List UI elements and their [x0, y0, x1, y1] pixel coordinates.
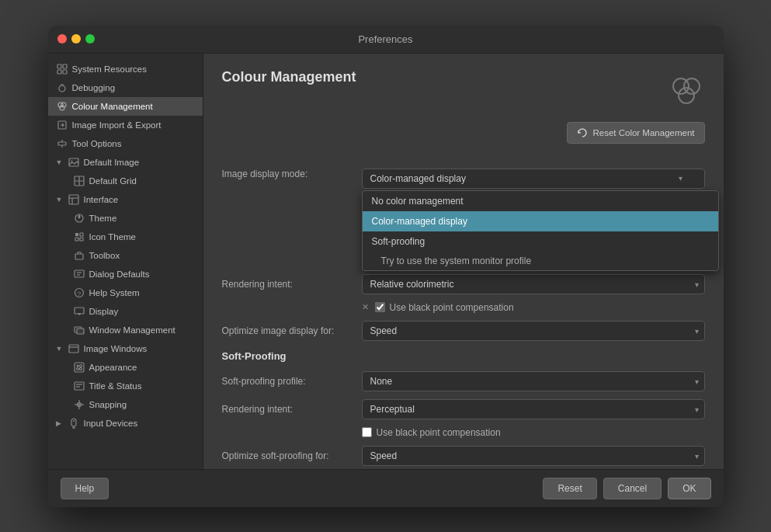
soft-proofing-black-point-row: Use black point compensation [222, 427, 705, 438]
display-icon [73, 305, 85, 318]
toolbox-icon [73, 249, 85, 262]
soft-proofing-profile-label: Soft-proofing profile: [222, 376, 362, 387]
svg-rect-24 [75, 233, 78, 236]
sidebar-item-icon-theme[interactable]: Icon Theme [48, 228, 203, 246]
title-icon [73, 380, 85, 392]
sidebar-item-default-image[interactable]: ▼ Default Image [48, 153, 203, 172]
image-display-mode-control: Color-managed display ▾ No color managem… [362, 169, 705, 189]
dropdown-item-no-color[interactable]: No color management [363, 191, 718, 211]
soft-proofing-profile-select[interactable]: None [362, 371, 705, 391]
main-area: Colour Management Reset Color Management [203, 54, 724, 469]
rendering-intent-row: Rendering intent: Relative colorimetric … [222, 274, 705, 294]
sidebar-item-debugging[interactable]: Debugging [48, 78, 203, 97]
default-grid-label: Default Grid [89, 176, 137, 186]
tool-icon [56, 137, 68, 150]
svg-point-58 [679, 88, 694, 103]
colour-management-label: Colour Management [72, 102, 153, 111]
soft-proofing-black-point-checkbox[interactable] [362, 427, 372, 437]
svg-rect-39 [69, 345, 78, 353]
sidebar-item-window-management[interactable]: Window Management [48, 321, 203, 339]
checked-icon: ✕ [362, 302, 369, 312]
close-button[interactable] [57, 34, 67, 43]
footer-right: Reset Cancel OK [543, 478, 710, 499]
svg-rect-38 [77, 329, 84, 334]
soft-proofing-rendering-control: Perceptual ▾ [362, 399, 705, 419]
dropdown-item-color-managed[interactable]: Color-managed display [363, 211, 718, 231]
sidebar-item-default-grid[interactable]: Default Grid [48, 172, 203, 190]
soft-proofing-black-point-label[interactable]: Use black point compensation [377, 427, 501, 438]
soft-proofing-profile-row: Soft-proofing profile: None ▾ [222, 371, 705, 391]
sidebar-item-system-resources[interactable]: System Resources [48, 60, 203, 78]
maximize-button[interactable] [85, 34, 95, 43]
appearance-icon [73, 361, 85, 374]
black-point-row: ✕ Use black point compensation [222, 302, 705, 313]
title-status-label: Title & Status [89, 381, 142, 391]
optimize-soft-label: Optimize soft-proofing for: [222, 450, 362, 461]
sidebar-item-toolbox[interactable]: Toolbox [48, 246, 203, 265]
dropdown-item-system-profile[interactable]: Try to use the system monitor profile [363, 252, 718, 270]
sidebar-item-theme[interactable]: Theme [48, 209, 203, 228]
sidebar-item-interface[interactable]: ▼ Interface [48, 190, 203, 209]
sidebar-item-help-system[interactable]: ? Help System [48, 283, 203, 302]
dropdown-item-soft-proofing[interactable]: Soft-proofing [363, 231, 718, 252]
optimize-display-control: Speed ▾ [362, 321, 705, 341]
svg-rect-2 [57, 70, 61, 74]
reset-color-management-button[interactable]: Reset Color Management [567, 122, 704, 144]
interface-icon [68, 193, 80, 206]
svg-point-4 [59, 85, 65, 92]
icon-theme-icon [73, 231, 85, 243]
soft-proofing-rendering-select[interactable]: Perceptual [362, 399, 705, 419]
svg-rect-3 [63, 70, 67, 74]
ok-button[interactable]: OK [668, 478, 710, 499]
sidebar-item-input-devices[interactable]: ▶ Input Devices [48, 414, 203, 433]
sidebar-item-colour-management[interactable]: Colour Management [48, 97, 203, 116]
toolbox-label: Toolbox [89, 251, 120, 260]
svg-rect-46 [75, 382, 84, 390]
sidebar-item-image-import-export[interactable]: Image Import & Export [48, 116, 203, 134]
sidebar-item-appearance[interactable]: Appearance [48, 358, 203, 377]
svg-rect-34 [75, 308, 84, 314]
snapping-label: Snapping [89, 400, 127, 409]
image-display-mode-select[interactable]: Color-managed display ▾ [362, 169, 705, 189]
sidebar-item-dialog-defaults[interactable]: Dialog Defaults [48, 265, 203, 283]
soft-proofing-profile-control: None ▾ [362, 371, 705, 391]
default-image-toggle-arrow: ▼ [56, 158, 64, 166]
interface-toggle-arrow: ▼ [56, 196, 64, 203]
svg-rect-26 [75, 238, 78, 241]
sidebar-item-display[interactable]: Display [48, 302, 203, 321]
display-label: Display [89, 307, 119, 316]
interface-label: Interface [84, 195, 119, 204]
sidebar-item-tool-options[interactable]: Tool Options [48, 134, 203, 153]
black-point-checkbox[interactable] [375, 302, 385, 312]
help-icon: ? [73, 287, 85, 299]
input-devices-toggle-arrow: ▶ [56, 419, 64, 427]
sidebar-item-title-status[interactable]: Title & Status [48, 377, 203, 395]
appearance-label: Appearance [89, 363, 137, 372]
svg-rect-41 [75, 363, 84, 372]
help-button[interactable]: Help [61, 478, 109, 499]
input-icon [68, 417, 80, 429]
grid2-icon [73, 175, 85, 187]
image-windows-toggle-arrow: ▼ [56, 345, 64, 353]
image-display-mode-select-wrapper: Color-managed display ▾ [362, 169, 705, 189]
svg-rect-25 [80, 233, 83, 236]
optimize-display-label: Optimize image display for: [222, 325, 362, 336]
sidebar-item-snapping[interactable]: Snapping [48, 395, 203, 414]
rendering-intent-control: Relative colorimetric ▾ [362, 274, 705, 294]
image-display-mode-row: Image display mode: Color-managed displa… [222, 169, 705, 189]
reset-icon [577, 127, 588, 138]
preferences-window: Preferences System Resources Debugging [48, 26, 724, 507]
cancel-button[interactable]: Cancel [603, 478, 662, 499]
optimize-soft-select[interactable]: Speed [362, 446, 705, 466]
optimize-display-select[interactable]: Speed [362, 321, 705, 341]
svg-rect-29 [75, 270, 84, 277]
sidebar: System Resources Debugging Colour [48, 54, 203, 469]
minimize-button[interactable] [71, 34, 81, 43]
rendering-intent-select[interactable]: Relative colorimetric [362, 274, 705, 294]
sidebar-item-image-windows[interactable]: ▼ Image Windows [48, 339, 203, 358]
debugging-label: Debugging [72, 83, 116, 92]
input-devices-label: Input Devices [84, 419, 138, 428]
black-point-label[interactable]: Use black point compensation [390, 302, 514, 313]
reset-button[interactable]: Reset [543, 478, 596, 499]
image-windows-icon [68, 342, 80, 355]
